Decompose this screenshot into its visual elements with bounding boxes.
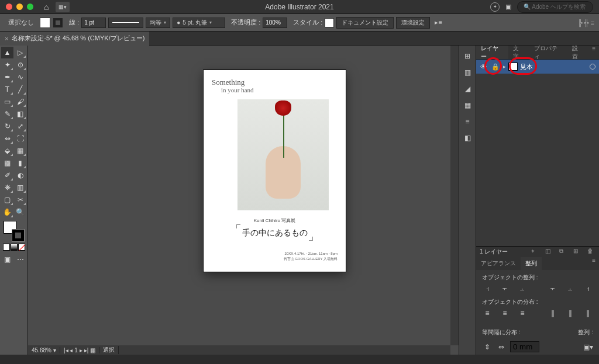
color-mode-none[interactable]: [18, 244, 25, 251]
align-bottom-icon[interactable]: ⫞: [583, 284, 593, 293]
shape-builder-tool[interactable]: ⬙: [1, 145, 13, 157]
vertical-scrollbar[interactable]: [450, 46, 459, 345]
brush-drop[interactable]: ● 5 pt. 丸筆: [173, 18, 225, 28]
tab-links[interactable]: 設置: [567, 46, 588, 59]
shaper-tool[interactable]: ✎: [1, 108, 13, 120]
gradient-tool[interactable]: ▮: [14, 157, 26, 169]
fill-swatch[interactable]: [40, 18, 50, 28]
rectangle-tool[interactable]: ▭: [1, 96, 13, 108]
align-right-icon[interactable]: ⫠: [517, 284, 528, 293]
zoom-level[interactable]: 45.68% ▾: [28, 347, 60, 353]
align-top-icon[interactable]: ⫟: [548, 284, 558, 293]
align-vcenter-icon[interactable]: ⫠: [565, 284, 576, 293]
stroke-color[interactable]: [12, 229, 25, 242]
rotate-tool[interactable]: ↻: [1, 120, 13, 132]
color-icon[interactable]: ◢: [463, 84, 472, 93]
dist-hcenter-icon[interactable]: ‖: [565, 308, 576, 318]
visibility-icon[interactable]: 👁: [478, 63, 488, 70]
blend-tool[interactable]: ◐: [14, 169, 26, 181]
slice-tool[interactable]: ✂: [14, 194, 26, 206]
tab-layers[interactable]: レイヤー: [476, 46, 508, 59]
preferences-button[interactable]: 環境設定: [396, 17, 430, 29]
align-to-selection-icon[interactable]: ▣▾: [583, 342, 593, 352]
create-sublayer-icon[interactable]: ⧉: [559, 248, 567, 256]
dist-bottom-icon[interactable]: ≡: [517, 308, 528, 318]
edit-toolbar[interactable]: ⋯: [14, 254, 27, 265]
pen-tool[interactable]: ✒: [1, 71, 13, 83]
color-mode-gradient[interactable]: [11, 244, 18, 251]
opacity-input[interactable]: [263, 18, 287, 28]
layer-thumbnail[interactable]: [508, 63, 518, 71]
document-tab[interactable]: × 名称未設定-5* @ 45.68 % (CMYK/プレビュー): [0, 32, 149, 46]
spacing-value-input[interactable]: [510, 341, 539, 352]
symbol-sprayer-tool[interactable]: ❋: [1, 182, 13, 193]
color-mode-color[interactable]: [3, 244, 10, 251]
align-icons-group[interactable]: ╠ ╬ ≡: [578, 19, 594, 26]
dist-right-icon[interactable]: ‖: [583, 308, 593, 318]
dist-left-icon[interactable]: ‖: [548, 308, 558, 318]
lasso-tool[interactable]: ⊙: [14, 59, 26, 71]
arrange-docs-icon[interactable]: ▣: [505, 3, 511, 11]
stroke-swatch[interactable]: [53, 18, 63, 28]
stroke-weight-input[interactable]: [81, 18, 106, 28]
tab-properties[interactable]: プロパティ: [529, 46, 567, 59]
graph-tool[interactable]: ▥: [14, 182, 26, 193]
close-window[interactable]: [6, 4, 12, 10]
mesh-tool[interactable]: ▩: [1, 157, 13, 169]
properties-icon[interactable]: ⊞: [463, 51, 472, 61]
user-profile-icon[interactable]: ✦: [490, 2, 500, 12]
perspective-tool[interactable]: ▦: [14, 145, 26, 157]
artboard[interactable]: Something in your hand Kunii Chihiro 写真展…: [204, 70, 346, 272]
stroke-align-drop[interactable]: 均等: [146, 18, 170, 28]
help-search-input[interactable]: 🔍 Adobe ヘルプを検索: [517, 1, 593, 13]
curvature-tool[interactable]: ∿: [14, 71, 26, 83]
zoom-tool[interactable]: 🔍: [14, 206, 26, 218]
align-hcenter-icon[interactable]: ⫟: [500, 284, 510, 293]
align-panel-menu-icon[interactable]: ≡: [588, 257, 599, 270]
scale-tool[interactable]: ⤢: [14, 120, 26, 132]
artboard-nav[interactable]: |◂ ◂ 1 ▸ ▸| ▦: [60, 347, 99, 353]
stroke-panel-icon[interactable]: ≡: [463, 117, 472, 126]
expand-icon[interactable]: ▸: [503, 64, 506, 70]
minimize-window[interactable]: [16, 4, 23, 10]
panel-menu-icon[interactable]: ≡: [588, 46, 599, 59]
artboard-tool[interactable]: ▢: [1, 194, 13, 206]
document-setup-button[interactable]: ドキュメント設定: [336, 17, 394, 29]
dist-vspace-icon[interactable]: ⇕: [482, 342, 493, 352]
more-icon[interactable]: ▸≡: [435, 19, 442, 26]
selection-tool[interactable]: ▲: [1, 47, 13, 58]
dist-top-icon[interactable]: ≡: [482, 308, 493, 318]
free-transform-tool[interactable]: ⛶: [14, 133, 26, 144]
workspace-switcher[interactable]: ▦▾: [56, 2, 70, 12]
make-clipping-mask-icon[interactable]: ◫: [545, 248, 553, 256]
type-tool[interactable]: T: [1, 84, 13, 95]
swatches-icon[interactable]: ▦: [463, 100, 472, 110]
libraries-icon[interactable]: ▥: [463, 68, 472, 77]
tab-align[interactable]: 整列: [521, 257, 542, 270]
lock-icon[interactable]: 🔒: [490, 61, 501, 72]
dist-vcenter-icon[interactable]: ≡: [500, 308, 510, 318]
style-swatch[interactable]: [325, 18, 334, 27]
align-left-icon[interactable]: ⫞: [482, 284, 493, 293]
eyedropper-tool[interactable]: ✐: [1, 169, 13, 181]
new-layer-icon[interactable]: ⊞: [573, 248, 581, 256]
fill-stroke-control[interactable]: [2, 221, 26, 242]
canvas[interactable]: Something in your hand Kunii Chihiro 写真展…: [28, 46, 459, 355]
locate-object-icon[interactable]: ⌖: [531, 248, 539, 256]
tab-text[interactable]: 文字: [508, 46, 529, 59]
layer-name-label[interactable]: 見本: [520, 63, 533, 71]
stroke-profile[interactable]: [108, 18, 143, 28]
brush-tool[interactable]: 🖌: [14, 96, 26, 108]
magic-wand-tool[interactable]: ✦: [1, 59, 13, 71]
gradient-panel-icon[interactable]: ◧: [463, 133, 472, 143]
dist-hspace-icon[interactable]: ⇔: [496, 342, 507, 352]
delete-layer-icon[interactable]: 🗑: [587, 248, 595, 256]
direct-selection-tool[interactable]: ▷: [14, 47, 26, 58]
maximize-window[interactable]: [27, 4, 33, 10]
tab-appearance[interactable]: アピアランス: [476, 257, 521, 270]
screen-mode[interactable]: ▣: [1, 254, 13, 265]
line-tool[interactable]: ╱: [14, 84, 26, 95]
eraser-tool[interactable]: ◧: [14, 108, 26, 120]
hand-tool[interactable]: ✋: [1, 206, 13, 218]
width-tool[interactable]: ⇔: [1, 133, 13, 144]
